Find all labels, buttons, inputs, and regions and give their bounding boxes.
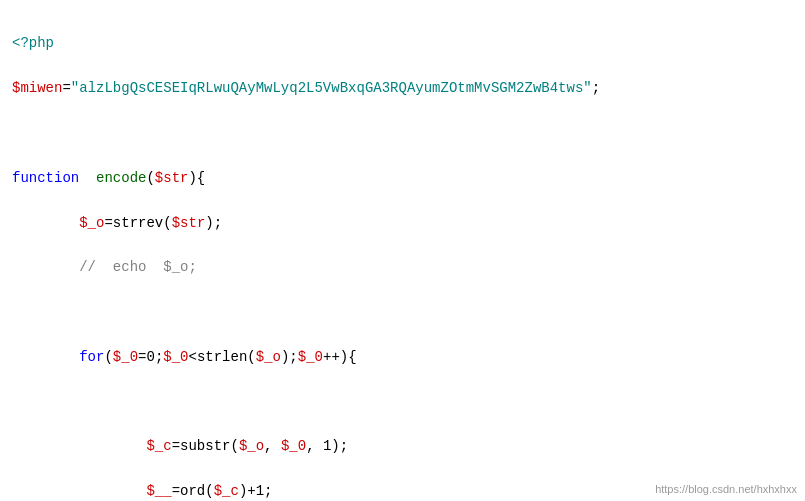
- line-2: $miwen="alzLbgQsCESEIqRLwuQAyMwLyq2L5VwB…: [12, 77, 793, 99]
- line-9: [12, 391, 793, 413]
- line-4: function encode($str){: [12, 167, 793, 189]
- line-6: // echo $_o;: [12, 256, 793, 278]
- line-3: [12, 122, 793, 144]
- code-editor: <?php $miwen="alzLbgQsCESEIqRLwuQAyMwLyq…: [0, 0, 805, 501]
- line-8: for($_0=0;$_0<strlen($_o);$_0++){: [12, 346, 793, 368]
- line-7: [12, 301, 793, 323]
- line-5: $_o=strrev($str);: [12, 212, 793, 234]
- watermark: https://blog.csdn.net/hxhxhxx: [655, 483, 797, 495]
- line-1: <?php: [12, 32, 793, 54]
- line-10: $_c=substr($_o, $_0, 1);: [12, 435, 793, 457]
